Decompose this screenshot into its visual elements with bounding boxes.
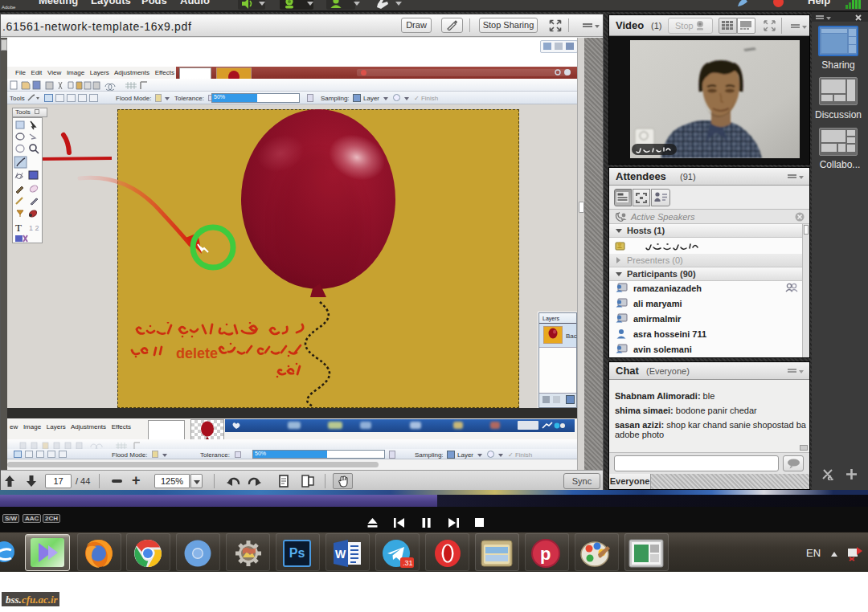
svg-text:W: W	[335, 548, 346, 561]
svg-text:T: T	[15, 222, 22, 234]
svg-text:delete: delete	[176, 345, 218, 361]
svg-text:p: p	[540, 544, 551, 564]
svg-text:1 2: 1 2	[29, 224, 39, 232]
svg-text:.31: .31	[403, 559, 413, 567]
